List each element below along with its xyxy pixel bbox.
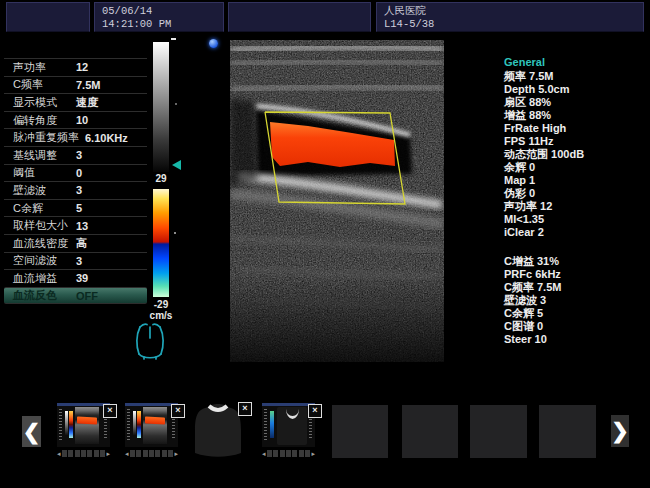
header-date: 05/06/14	[102, 5, 223, 18]
param-label: 取样包大小	[13, 218, 70, 233]
image-info-panel: General 频率 7.5M Depth 5.0cm 扇区 88% 增益 88…	[504, 56, 648, 346]
info-line: FPS 11Hz	[504, 135, 648, 148]
param-value: 10	[76, 114, 88, 126]
parameter-panel: 声功率12 C频率7.5M 显示模式速度 偏转角度10 脉冲重复频率6.10KH…	[4, 58, 147, 304]
param-row-line-density[interactable]: 血流线密度高	[4, 234, 147, 252]
header-time: 14:21:00 PM	[102, 18, 223, 31]
param-value: 7.5M	[76, 79, 100, 91]
info-line: 增益 88%	[504, 109, 648, 122]
header-box-patient	[6, 2, 90, 32]
thumb-text-specks	[127, 409, 130, 441]
param-value: 13	[76, 220, 88, 232]
info-line: 频率 7.5M	[504, 70, 648, 83]
thumb-grayscale-bar	[133, 411, 136, 435]
thumb-image	[75, 407, 99, 444]
info-line: iClear 2	[504, 226, 648, 239]
color-info-line: Steer 10	[504, 333, 648, 346]
param-row-wall-filter[interactable]: 壁滤波3	[4, 181, 147, 199]
focus-arrow-icon[interactable]	[172, 160, 181, 170]
close-icon[interactable]: ×	[171, 404, 185, 418]
close-icon[interactable]: ×	[238, 402, 252, 416]
hospital-name: 人民医院	[384, 5, 643, 18]
thumbnail-2-label-strip: ◂ ▸	[125, 449, 178, 458]
close-icon[interactable]: ×	[308, 404, 322, 418]
body-marker-icon	[131, 321, 169, 365]
status-indicator-dot	[209, 39, 218, 48]
param-label: 空间滤波	[13, 253, 70, 268]
thumbnail-2[interactable]: ×	[125, 403, 178, 447]
ultrasound-image[interactable]	[230, 40, 444, 362]
info-line: 扇区 88%	[504, 96, 648, 109]
param-label: 偏转角度	[13, 113, 70, 128]
thumbnail-1[interactable]: ×	[57, 403, 110, 447]
param-label: 声功率	[13, 60, 70, 75]
param-row-spatial-filter[interactable]: 空间滤波3	[4, 252, 147, 270]
param-label: 血流线密度	[13, 236, 70, 251]
param-row-acoustic-power[interactable]: 声功率12	[4, 58, 147, 76]
info-line: FrRate High	[504, 122, 648, 135]
param-value: OFF	[76, 290, 98, 302]
param-label: 基线调整	[13, 148, 70, 163]
color-info-line: C图谱 0	[504, 320, 648, 333]
velocity-max-label: 29	[146, 173, 176, 184]
color-info-line: 壁滤波 3	[504, 294, 648, 307]
probe-model: L14-5/38	[384, 18, 643, 31]
info-line: 伪彩 0	[504, 187, 648, 200]
info-line: MI<1.35	[504, 213, 648, 226]
empty-slot-2	[402, 405, 458, 458]
close-icon[interactable]: ×	[103, 404, 117, 418]
doppler-color-bar	[153, 189, 169, 297]
info-line: 声功率 12	[504, 200, 648, 213]
preset-title: General	[504, 56, 648, 69]
thumb-color-bar	[137, 411, 141, 438]
thumbnail-3[interactable]: ×	[188, 400, 248, 460]
param-row-color-gain[interactable]: 血流增益39	[4, 269, 147, 287]
thumb-color-bar	[270, 411, 274, 438]
param-row-c-persistence[interactable]: C余辉5	[4, 199, 147, 217]
param-row-flow-invert[interactable]: 血流反色OFF	[4, 287, 147, 305]
strip-next-icon: ▸	[175, 449, 179, 458]
clipboard-prev-button[interactable]: ❮	[22, 416, 41, 447]
info-line: 余辉 0	[504, 161, 648, 174]
clipboard-next-button[interactable]: ❯	[611, 415, 629, 447]
marker-dot	[174, 232, 176, 234]
ultrasound-app: 05/06/14 14:21:00 PM 人民医院 L14-5/38 声功率12…	[0, 0, 650, 488]
color-info-line: C增益 31%	[504, 255, 648, 268]
color-info-line: C频率 7.5M	[504, 281, 648, 294]
strip-prev-icon: ◂	[57, 449, 61, 458]
param-label: 壁滤波	[13, 183, 70, 198]
thumb-image	[143, 407, 167, 444]
param-value: 3	[76, 255, 82, 267]
thumbnail-4-label-strip: ◂ ▸	[262, 449, 315, 458]
param-row-c-frequency[interactable]: C频率7.5M	[4, 76, 147, 94]
param-value: 12	[76, 61, 88, 73]
param-row-steer-angle[interactable]: 偏转角度10	[4, 111, 147, 129]
marker-dot	[175, 103, 177, 105]
param-value: 6.10KHz	[85, 132, 128, 144]
color-info-line: C余辉 5	[504, 307, 648, 320]
param-row-threshold[interactable]: 阈值0	[4, 164, 147, 182]
strip-prev-icon: ◂	[125, 449, 129, 458]
header-box-datetime: 05/06/14 14:21:00 PM	[94, 2, 224, 32]
strip-next-icon: ▸	[312, 449, 316, 458]
thumb-probe-arc	[286, 409, 299, 419]
empty-slot-3	[470, 405, 527, 458]
info-line: Map 1	[504, 174, 648, 187]
strip-next-icon: ▸	[107, 449, 111, 458]
empty-slot-1	[332, 405, 388, 458]
param-value: 速度	[76, 95, 98, 110]
thumb-color-bar	[69, 411, 73, 438]
param-label: 阈值	[13, 165, 70, 180]
thumbnail-4[interactable]: ×	[262, 403, 315, 447]
param-row-baseline[interactable]: 基线调整3	[4, 146, 147, 164]
param-row-prf[interactable]: 脉冲重复频率6.10KHz	[4, 128, 147, 146]
param-value: 39	[76, 272, 88, 284]
param-label: 血流反色	[13, 288, 70, 303]
param-label: 显示模式	[13, 95, 70, 110]
param-row-packet-size[interactable]: 取样包大小13	[4, 216, 147, 234]
thumb-text-specks	[59, 409, 62, 441]
param-row-display-mode[interactable]: 显示模式速度	[4, 93, 147, 111]
thumb-doppler-flow	[145, 416, 165, 424]
param-value: 0	[76, 167, 82, 179]
color-info-line: PRFc 6kHz	[504, 268, 648, 281]
